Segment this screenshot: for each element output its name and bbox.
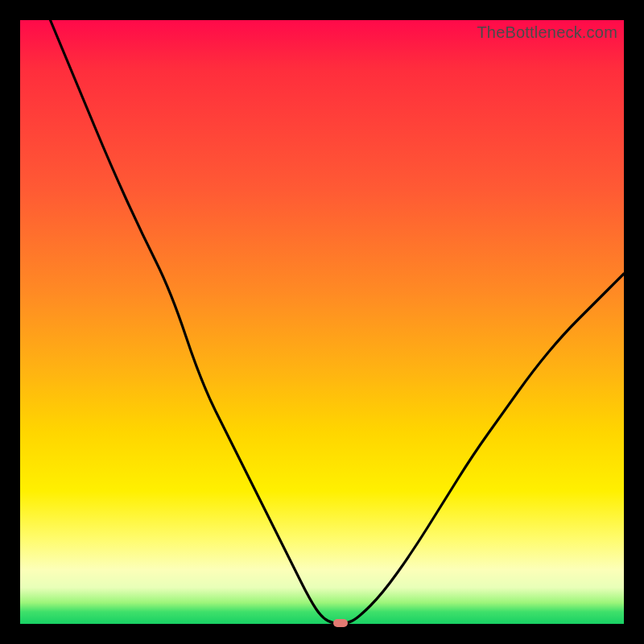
optimal-point-marker: [333, 619, 348, 627]
bottleneck-curve: [20, 20, 624, 624]
chart-frame: TheBottleneck.com: [0, 0, 644, 644]
plot-area: TheBottleneck.com: [20, 20, 624, 624]
